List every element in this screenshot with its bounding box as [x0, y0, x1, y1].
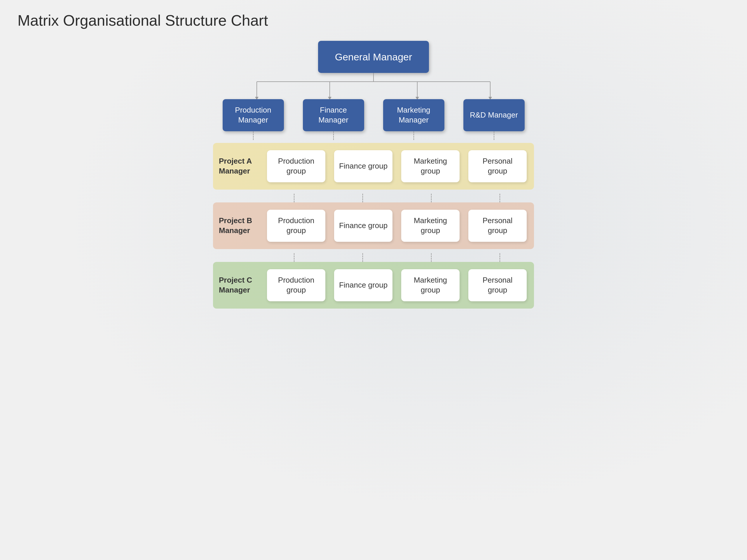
dashed-mid1-marketing — [431, 194, 432, 203]
page-title: Matrix Organisational Structure Chart — [18, 12, 729, 29]
finance-manager-node: FinanceManager — [303, 99, 364, 131]
project-row-a: Project AManager Productiongroup Finance… — [213, 143, 534, 190]
cell-b-personal: Personalgroup — [465, 210, 530, 242]
top-connectors-svg — [213, 73, 534, 99]
rnd-manager-node: R&D Manager — [463, 99, 525, 131]
project-a-label: Project AManager — [216, 156, 263, 176]
cell-c-finance: Finance group — [331, 269, 395, 301]
group-box-c-production: Productiongroup — [267, 269, 325, 301]
cell-b-production: Productiongroup — [264, 210, 328, 242]
dashed-connectors — [213, 131, 534, 140]
cell-a-finance: Finance group — [331, 150, 395, 182]
group-box-c-finance: Finance group — [334, 269, 392, 301]
project-row-c: Project CManager Productiongroup Finance… — [213, 262, 534, 309]
cell-c-marketing: Marketinggroup — [398, 269, 463, 301]
group-box-a-marketing: Marketinggroup — [401, 150, 460, 182]
dashed-connectors-mid1 — [213, 194, 534, 203]
cell-b-marketing: Marketinggroup — [398, 210, 463, 242]
dashed-line-production — [253, 131, 254, 140]
manager-col-finance: FinanceManager — [299, 99, 368, 131]
group-box-c-marketing: Marketinggroup — [401, 269, 460, 301]
group-box-a-personal: Personalgroup — [468, 150, 527, 182]
group-box-b-finance: Finance group — [334, 210, 392, 242]
cell-b-finance: Finance group — [331, 210, 395, 242]
marketing-manager-node: MarketingManager — [383, 99, 444, 131]
group-box-a-production: Productiongroup — [267, 150, 325, 182]
projects-section: Project AManager Productiongroup Finance… — [213, 143, 534, 313]
manager-col-production: ProductionManager — [218, 99, 288, 131]
managers-row: ProductionManager FinanceManager Marketi… — [213, 99, 534, 131]
dashed-line-finance — [333, 131, 334, 140]
dashed-line-rnd — [494, 131, 494, 140]
cell-a-marketing: Marketinggroup — [398, 150, 463, 182]
dashed-mid1-production — [294, 194, 294, 203]
manager-col-rnd: R&D Manager — [459, 99, 529, 131]
project-a-cells: Productiongroup Finance group Marketingg… — [263, 150, 531, 182]
project-b-cells: Productiongroup Finance group Marketingg… — [263, 210, 531, 242]
project-c-label: Project CManager — [216, 275, 263, 295]
dashed-mid2-finance — [362, 253, 363, 262]
project-row-b: Project BManager Productiongroup Finance… — [213, 203, 534, 249]
group-box-b-production: Productiongroup — [267, 210, 325, 242]
group-box-b-marketing: Marketinggroup — [401, 210, 460, 242]
dashed-line-marketing — [413, 131, 414, 140]
dashed-mid2-marketing — [431, 253, 432, 262]
cell-a-personal: Personalgroup — [465, 150, 530, 182]
manager-col-marketing: MarketingManager — [379, 99, 449, 131]
group-box-c-personal: Personalgroup — [468, 269, 527, 301]
dashed-mid2-rnd — [499, 253, 500, 262]
cell-c-personal: Personalgroup — [465, 269, 530, 301]
general-manager-node: General Manager — [318, 41, 429, 73]
cell-c-production: Productiongroup — [264, 269, 328, 301]
cell-a-production: Productiongroup — [264, 150, 328, 182]
dashed-mid1-finance — [362, 194, 363, 203]
project-b-label: Project BManager — [216, 216, 263, 236]
group-box-b-personal: Personalgroup — [468, 210, 527, 242]
project-c-cells: Productiongroup Finance group Marketingg… — [263, 269, 531, 301]
dashed-mid1-rnd — [499, 194, 500, 203]
org-chart: General Manager ProductionManager Financ… — [18, 41, 729, 313]
top-node-wrapper: General Manager — [318, 41, 429, 73]
group-box-a-finance: Finance group — [334, 150, 392, 182]
dashed-connectors-mid2 — [213, 253, 534, 262]
dashed-mid2-production — [294, 253, 294, 262]
production-manager-node: ProductionManager — [223, 99, 284, 131]
